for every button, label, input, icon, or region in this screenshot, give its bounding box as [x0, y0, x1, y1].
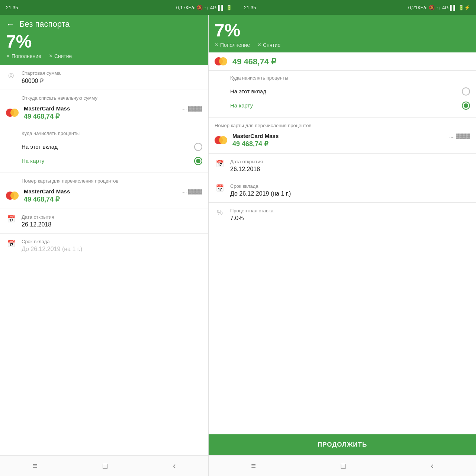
- option-deposit-label: На этот вклад: [22, 144, 58, 150]
- open-date-label: Дата открытия: [22, 214, 202, 220]
- option-card-label: На карту: [22, 158, 44, 164]
- right-term-value: До 26.12.2019 (на 1 г.): [230, 190, 470, 197]
- back-icon-right[interactable]: ‹: [431, 461, 433, 471]
- right-card-number-label: Номер карты для перечисления процентов: [215, 123, 470, 128]
- term-section: 📅 Срок вклада До 26.12.2019 (на 1 г.): [0, 234, 208, 258]
- right-tag-refill: ✕ Пополнение: [215, 42, 250, 48]
- right-open-date-section: 📅 Дата открытия 26.12.2018: [209, 154, 476, 178]
- right-interest-label: Куда начислять проценты: [215, 75, 470, 81]
- right-term-label: Срок вклада: [230, 183, 470, 189]
- right-content: 49 468,74 ₽ Куда начислять проценты На э…: [209, 52, 476, 434]
- debit-label: Откуда списать начальную сумму: [6, 95, 202, 101]
- left-percent: 7%: [6, 32, 202, 52]
- back-button[interactable]: ←: [6, 20, 15, 29]
- right-term-section: 📅 Срок вклада До 26.12.2019 (на 1 г.): [209, 178, 476, 203]
- radio-card[interactable]: [194, 157, 202, 165]
- right-option-deposit[interactable]: На этот вклад: [215, 84, 470, 99]
- calendar-icon-2: 📅: [6, 239, 16, 248]
- right-radio-card[interactable]: [462, 102, 470, 110]
- home-icon-right[interactable]: □: [341, 461, 346, 471]
- card-number-label: Номер карты для перечисления процентов: [6, 178, 202, 184]
- card2-name: MasterCard Mass: [24, 188, 70, 194]
- right-balance: 49 468,74 ₽: [232, 57, 276, 67]
- left-title: Без паспорта: [19, 19, 70, 29]
- right-radio-deposit[interactable]: [462, 87, 470, 96]
- left-header-tags: ✕ Пополнение ✕ Снятие: [6, 53, 202, 59]
- right-top-card[interactable]: 49 468,74 ₽: [209, 52, 476, 71]
- interest-section: Куда начислять проценты На этот вклад На…: [0, 126, 208, 173]
- right-tag-withdraw: ✕ Снятие: [257, 42, 280, 48]
- right-option-card-label: На карту: [230, 102, 253, 109]
- right-bottom-nav: ≡ □ ‹: [209, 455, 476, 476]
- right-info: 0,21КБ/с 🔕 ↑↓ 4G ▌▌ 🔋⚡: [408, 5, 470, 10]
- right-calendar-icon-1: 📅: [215, 159, 225, 168]
- open-date-section: 📅 Дата открытия 26.12.2018: [0, 209, 208, 234]
- right-card-name: MasterCard Mass: [232, 133, 279, 139]
- start-amount-label: Стартовая сумма: [22, 70, 202, 76]
- right-interest-card[interactable]: MasterCard Mass .... ▓▓▓▓ 49 468,74 ₽: [215, 130, 470, 148]
- home-icon-left[interactable]: □: [103, 461, 107, 471]
- calendar-icon-1: 📅: [6, 214, 16, 223]
- card1-name: MasterCard Mass: [24, 105, 70, 112]
- right-calendar-icon-2: 📅: [215, 183, 225, 192]
- right-card-balance: 49 468,74 ₽: [232, 140, 470, 148]
- right-status-bar: 21:35 0,21КБ/с 🔕 ↑↓ 4G ▌▌ 🔋⚡: [238, 0, 476, 15]
- left-tag-withdraw: ✕ Снятие: [49, 53, 72, 59]
- left-content: ◎ Стартовая сумма 60000 ₽ Откуда списать…: [0, 65, 208, 455]
- radio-deposit[interactable]: [194, 143, 202, 151]
- continue-button[interactable]: ПРОДОЛЖИТЬ: [209, 434, 476, 455]
- mastercard-icon-right: [215, 136, 228, 145]
- card2-balance: 49 468,74 ₽: [24, 195, 202, 203]
- term-label: Срок вклада: [22, 239, 202, 244]
- start-amount-section: ◎ Стартовая сумма 60000 ₽: [0, 65, 208, 90]
- right-header-tags: ✕ Пополнение ✕ Снятие: [215, 42, 470, 48]
- right-header: 7% ✕ Пополнение ✕ Снятие: [209, 15, 476, 52]
- left-status-bar: 21:35 0,17КБ/с 🔕 ↑↓ 4G ▌▌ 🔋: [0, 0, 238, 15]
- debit-section: Откуда списать начальную сумму MasterCar…: [0, 90, 208, 126]
- left-bottom-nav: ≡ □ ‹: [0, 455, 208, 476]
- mastercard-icon-1: [6, 108, 19, 117]
- right-option-card[interactable]: На карту: [215, 99, 470, 113]
- right-rate-section: % Процентная ставка 7.0%: [209, 203, 476, 227]
- right-rate-label: Процентная ставка: [230, 208, 470, 213]
- interest-label: Куда начислять проценты: [6, 131, 202, 136]
- left-tag-refill: ✕ Пополнение: [6, 53, 41, 59]
- right-card-dots: .... ▓▓▓▓: [449, 133, 470, 139]
- card1-dots: .... ▓▓▓▓: [181, 106, 202, 111]
- left-info: 0,17КБ/с 🔕 ↑↓ 4G ▌▌ 🔋: [176, 5, 232, 10]
- menu-icon-right[interactable]: ≡: [251, 461, 256, 471]
- right-interest-section: Куда начислять проценты На этот вклад На…: [209, 71, 476, 118]
- start-amount-value: 60000 ₽: [22, 77, 202, 84]
- left-time: 21:35: [6, 5, 18, 10]
- right-rate-value: 7.0%: [230, 215, 470, 222]
- term-value: До 26.12.2019 (на 1 г.): [22, 246, 202, 253]
- mastercard-icon-right-top: [215, 57, 228, 66]
- option-deposit[interactable]: На этот вклад: [6, 140, 202, 154]
- menu-icon-left[interactable]: ≡: [33, 461, 38, 471]
- back-icon-left[interactable]: ‹: [173, 461, 176, 471]
- right-open-date-label: Дата открытия: [230, 159, 470, 164]
- debit-card[interactable]: MasterCard Mass .... ▓▓▓▓ 49 468,74 ₽: [6, 102, 202, 120]
- right-time: 21:35: [244, 5, 256, 10]
- right-percent: 7%: [215, 21, 470, 41]
- right-option-deposit-label: На этот вклад: [230, 88, 266, 94]
- interest-card-section: Номер карты для перечисления процентов M…: [0, 173, 208, 209]
- mastercard-icon-2: [6, 191, 19, 200]
- right-interest-card-section: Номер карты для перечисления процентов M…: [209, 118, 476, 154]
- open-date-value: 26.12.2018: [22, 221, 202, 228]
- left-panel: ← Без паспорта 7% ✕ Пополнение ✕ Снятие …: [0, 15, 208, 476]
- percent-icon: %: [215, 208, 225, 216]
- amount-icon: ◎: [6, 70, 16, 79]
- card2-dots: .... ▓▓▓▓: [181, 189, 202, 194]
- interest-card[interactable]: MasterCard Mass .... ▓▓▓▓ 49 468,74 ₽: [6, 185, 202, 203]
- left-header: ← Без паспорта 7% ✕ Пополнение ✕ Снятие: [0, 15, 208, 65]
- card1-balance: 49 468,74 ₽: [24, 112, 202, 120]
- option-card[interactable]: На карту: [6, 154, 202, 168]
- right-panel: 7% ✕ Пополнение ✕ Снятие 49 468: [208, 15, 476, 476]
- right-open-date-value: 26.12.2018: [230, 166, 470, 173]
